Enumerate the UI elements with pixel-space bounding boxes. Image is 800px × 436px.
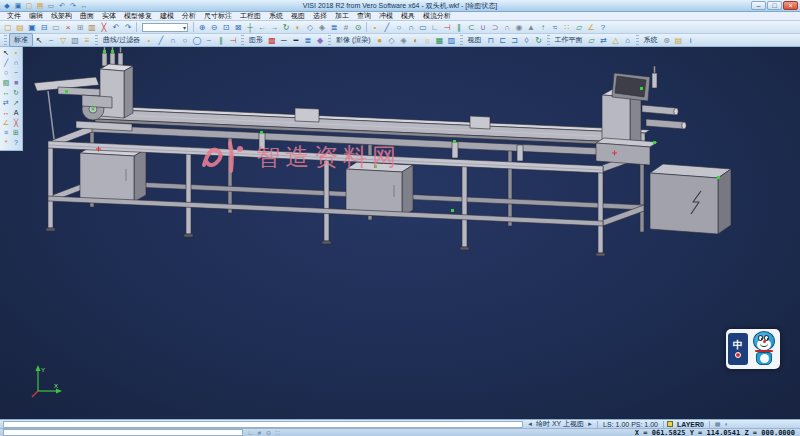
filter-icon[interactable]: ▽ [57, 35, 69, 46]
rotate-view-icon[interactable]: ↻ [280, 22, 292, 33]
delete-icon[interactable]: ╳ [98, 22, 110, 33]
select-icon[interactable]: ↖ [1, 48, 11, 58]
settings-icon[interactable]: ⊛ [661, 35, 673, 46]
close-button[interactable]: × [783, 1, 798, 10]
layer-tool-icon[interactable]: ≡ [1, 128, 11, 138]
middle-cabinet[interactable] [346, 162, 413, 217]
menu-item[interactable]: 系统 [265, 11, 287, 21]
toolbar-group-label[interactable]: 标准 [9, 33, 33, 47]
view-top-icon[interactable]: ⊓ [485, 35, 497, 46]
help-tool-icon[interactable]: ? [11, 138, 21, 148]
rotate-tool-icon[interactable]: ↻ [11, 88, 21, 98]
view-side-icon[interactable]: ⊐ [509, 35, 521, 46]
workplane-reset-icon[interactable]: ⌂ [622, 35, 634, 46]
spline-create-icon[interactable]: ~ [11, 68, 21, 78]
line-style-icon[interactable]: ─ [278, 35, 290, 46]
machine-model[interactable] [0, 47, 800, 419]
pan-icon[interactable]: ┼ [244, 22, 256, 33]
toolbar-grip[interactable] [241, 35, 244, 45]
control-monitor[interactable] [612, 73, 650, 101]
toolbar-group-label[interactable]: 曲线/过滤器 [100, 35, 143, 45]
trim-icon[interactable]: ⊣ [441, 22, 453, 33]
surface-tools-icon[interactable]: ≈ [549, 22, 561, 33]
line-create-icon[interactable]: ╱ [1, 58, 11, 68]
toolbar-grip[interactable] [4, 35, 7, 45]
surface-create-icon[interactable]: ▧ [1, 78, 11, 88]
maximize-button[interactable]: □ [767, 1, 782, 10]
menu-item[interactable]: 视图 [287, 11, 309, 21]
sphere-icon[interactable]: ◉ [513, 22, 525, 33]
status-grid-icon[interactable]: ▦ [713, 420, 722, 428]
toggle-snap-icon[interactable]: ⊙ [264, 429, 273, 436]
snap-icon[interactable]: ⊙ [352, 22, 364, 33]
point-icon[interactable]: • [369, 22, 381, 33]
mask-icon[interactable]: ▧ [69, 35, 81, 46]
circle-icon[interactable]: ○ [393, 22, 405, 33]
render-icon[interactable]: ◐ [410, 35, 422, 46]
ellipse-icon[interactable]: ◯ [191, 35, 203, 46]
view-previous-icon[interactable]: ← [256, 22, 268, 33]
view-front-icon[interactable]: ⊏ [497, 35, 509, 46]
print-icon[interactable]: ▭ [50, 22, 62, 33]
zoom-in-icon[interactable]: ⊕ [196, 22, 208, 33]
arc-icon[interactable]: ∩ [167, 35, 179, 46]
menu-item[interactable]: 选择 [309, 11, 331, 21]
menu-item[interactable]: 冲模 [375, 11, 397, 21]
layer-color-chip[interactable] [667, 421, 673, 427]
view-rotate-icon[interactable]: ↻ [533, 35, 545, 46]
menu-item[interactable]: 尺寸标注 [200, 11, 236, 21]
menu-item[interactable]: 模具 [397, 11, 419, 21]
view-prev-button[interactable]: ◂ [526, 420, 534, 428]
coordinate-input[interactable] [3, 429, 243, 436]
background-icon[interactable]: ▨ [446, 35, 458, 46]
toolbar-group-label[interactable]: 图形 [246, 35, 266, 45]
save-all-icon[interactable]: ⊟ [38, 22, 50, 33]
point-icon[interactable]: • [143, 35, 155, 46]
toolbar-group-label[interactable]: 工作平面 [552, 35, 586, 45]
right-head[interactable] [596, 66, 686, 165]
arc-create-icon[interactable]: ∩ [11, 58, 21, 68]
line-icon[interactable]: ╱ [381, 22, 393, 33]
right-cabinet[interactable] [650, 164, 731, 234]
help-icon[interactable]: ? [597, 22, 609, 33]
layer-icon[interactable]: ≣ [302, 35, 314, 46]
toolbar-grip[interactable] [636, 35, 639, 45]
offset-icon[interactable]: ∥ [453, 22, 465, 33]
menu-item[interactable]: 模流分析 [419, 11, 455, 21]
polyline-icon[interactable]: ∟ [429, 22, 441, 33]
copy-icon[interactable]: ⊞ [74, 22, 86, 33]
material-icon[interactable]: ▦ [434, 35, 446, 46]
open-file-icon[interactable]: ▤ [35, 1, 45, 11]
database-icon[interactable]: ▤ [673, 35, 685, 46]
view-next-button[interactable]: ▸ [586, 420, 594, 428]
select-chain-icon[interactable]: ~ [45, 35, 57, 46]
undo-icon[interactable]: ↶ [110, 22, 122, 33]
extrude-icon[interactable]: ↑ [537, 22, 549, 33]
subtract-icon[interactable]: ⊃ [489, 22, 501, 33]
toggle-ortho-icon[interactable]: ∟ [246, 429, 255, 436]
paste-icon[interactable]: ▥ [86, 22, 98, 33]
left-head[interactable] [34, 47, 133, 139]
explode-tool-icon[interactable]: * [1, 138, 11, 148]
hidden-line-icon[interactable]: ◈ [316, 22, 328, 33]
group-tool-icon[interactable]: ⊞ [11, 128, 21, 138]
menu-item[interactable]: 查询 [353, 11, 375, 21]
view-iso-icon[interactable]: ◊ [521, 35, 533, 46]
toolbar-grip[interactable] [460, 35, 463, 45]
view-next-icon[interactable]: → [268, 22, 280, 33]
style-icon[interactable]: ◆ [314, 35, 326, 46]
toolbar-grip[interactable] [95, 35, 98, 45]
union-icon[interactable]: ∪ [477, 22, 489, 33]
solid-create-icon[interactable]: ■ [11, 78, 21, 88]
zoom-fit-icon[interactable]: ⊠ [232, 22, 244, 33]
line-weight-icon[interactable]: ━ [290, 35, 302, 46]
text-tool-icon[interactable]: A [11, 108, 21, 118]
save-icon[interactable]: ▣ [26, 22, 38, 33]
layer-combo[interactable]: ▾ [142, 23, 188, 32]
menu-item[interactable]: 工程图 [236, 11, 265, 21]
cone-icon[interactable]: ▲ [525, 22, 537, 33]
menu-item[interactable]: 实体 [98, 11, 120, 21]
spline-icon[interactable]: ~ [203, 35, 215, 46]
mirror-tool-icon[interactable]: ⇄ [1, 98, 11, 108]
rectangle-icon[interactable]: ▭ [417, 22, 429, 33]
